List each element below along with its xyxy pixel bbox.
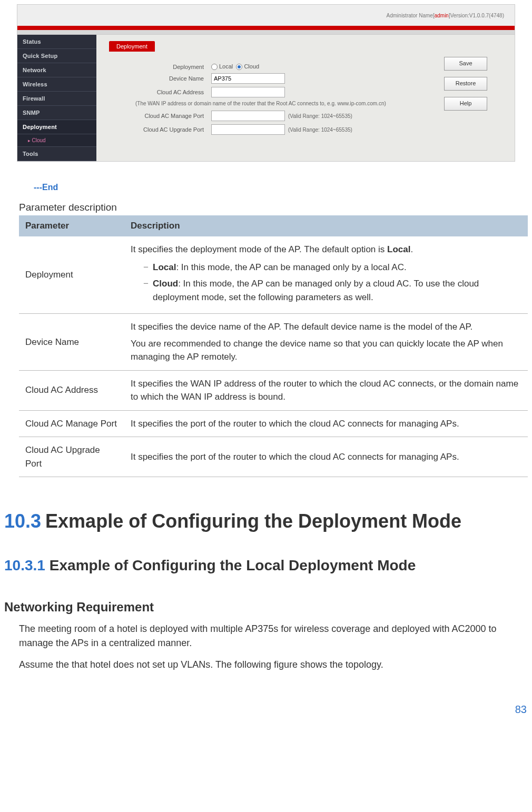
sidebar-item-quick-setup[interactable]: Quick Setup [17, 49, 96, 63]
networking-requirement-p1: The meeting room of a hotel is deployed … [19, 622, 528, 650]
sidebar-item-network[interactable]: Network [17, 63, 96, 77]
desc-cloud-ac-upgrade-port: It specifies the port of the router to w… [124, 437, 528, 477]
cloud-ac-upgrade-port-input[interactable] [211, 124, 285, 135]
param-device-name: Device Name [19, 314, 124, 371]
param-cloud-ac-upgrade-port: Cloud AC Upgrade Port [19, 437, 124, 477]
cloud-ac-address-input[interactable] [211, 87, 285, 97]
sidebar-item-snmp[interactable]: SNMP [17, 106, 96, 120]
cloud-ac-manage-port-label: Cloud AC Manage Port [104, 113, 211, 119]
header-subbar [17, 30, 515, 35]
subsection-number: 10.3.1 [4, 557, 45, 573]
networking-requirement-heading: Networking Requirement [4, 600, 528, 615]
networking-requirement-p2: Assume the that hotel does not set up VL… [19, 658, 528, 672]
param-cloud-ac-manage-port: Cloud AC Manage Port [19, 410, 124, 437]
save-button[interactable]: Save [444, 57, 487, 71]
end-marker: ---End [34, 183, 530, 192]
desc-device-name: It specifies the device name of the AP. … [124, 314, 528, 371]
sidebar-subitem-cloud[interactable]: Cloud [17, 134, 96, 147]
sidebar-item-tools[interactable]: Tools [17, 147, 96, 161]
manage-port-hint: (Valid Range: 1024~65535) [288, 113, 352, 119]
admin-label: Administrator Name[admin]Version:V1.0.0.… [387, 13, 504, 18]
restore-button[interactable]: Restore [444, 77, 487, 91]
screenshot-topbar: Administrator Name[admin]Version:V1.0.0.… [17, 5, 515, 26]
cloud-ac-address-label: Cloud AC Address [104, 89, 211, 95]
cloud-ac-upgrade-port-label: Cloud AC Upgrade Port [104, 126, 211, 133]
table-row: Cloud AC Address It specifies the WAN IP… [19, 370, 528, 410]
subsection-title: Example of Configuring the Local Deploym… [50, 557, 416, 573]
param-cloud-ac-address: Cloud AC Address [19, 370, 124, 410]
sidebar-item-status[interactable]: Status [17, 35, 96, 49]
header-accent-bar [17, 26, 515, 30]
th-parameter: Parameter [19, 215, 124, 236]
sidebar-item-wireless[interactable]: Wireless [17, 77, 96, 92]
section-10-3: 10.3Exmaple of Configuring the Deploymen… [4, 510, 528, 532]
tab-deployment[interactable]: Deployment [109, 41, 155, 52]
admin-username: admin [435, 13, 449, 18]
page-number: 83 [0, 704, 527, 716]
router-ui-screenshot: Administrator Name[admin]Version:V1.0.0.… [17, 4, 515, 162]
parameter-table: Parameter Description Deployment It spec… [19, 215, 528, 477]
radio-cloud[interactable]: Cloud [236, 63, 259, 70]
radio-local[interactable]: Local [211, 63, 233, 70]
device-name-input[interactable] [211, 73, 285, 84]
section-10-3-1: 10.3.1Example of Configuring the Local D… [4, 557, 528, 575]
parameter-description-heading: Parameter description [19, 202, 530, 213]
section-title: Exmaple of Configuring the Deployment Mo… [45, 510, 461, 532]
help-button[interactable]: Help [444, 97, 487, 111]
device-name-label: Device Name [104, 75, 211, 82]
cloud-ac-manage-port-input[interactable] [211, 111, 285, 121]
cloud-ac-address-hint: (The WAN IP address or domain name of th… [135, 101, 444, 106]
sidebar-nav: Status Quick Setup Network Wireless Fire… [17, 35, 96, 161]
th-description: Description [124, 215, 528, 236]
upgrade-port-hint: (Valid Range: 1024~65535) [288, 127, 352, 133]
deployment-label: Deployment [104, 64, 211, 70]
table-row: Deployment It specifies the deployment m… [19, 236, 528, 314]
table-row: Cloud AC Upgrade Port It specifies the p… [19, 437, 528, 477]
desc-cloud-ac-address: It specifies the WAN IP address of the r… [124, 370, 528, 410]
sidebar-item-deployment[interactable]: Deployment [17, 120, 96, 134]
action-buttons: Save Restore Help [444, 41, 515, 155]
table-row: Cloud AC Manage Port It specifies the po… [19, 410, 528, 437]
section-number: 10.3 [4, 510, 41, 532]
param-deployment: Deployment [19, 236, 124, 314]
deployment-form: Deployment Deployment Local Cloud Device… [104, 41, 444, 155]
desc-cloud-ac-manage-port: It specifies the port of the router to w… [124, 410, 528, 437]
sidebar-item-firewall[interactable]: Firewall [17, 92, 96, 106]
desc-deployment: It specifies the deployment mode of the … [124, 236, 528, 314]
table-row: Device Name It specifies the device name… [19, 314, 528, 371]
